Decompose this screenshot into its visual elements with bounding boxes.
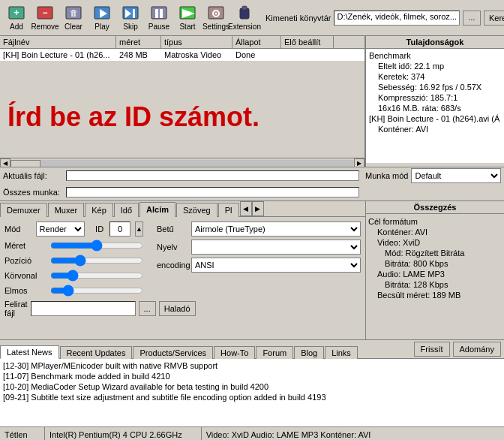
nyelv-row: Nyelv	[157, 240, 361, 255]
cell-size: 248 MB	[116, 50, 161, 60]
id-spin-up[interactable]: ▲	[135, 222, 143, 237]
summary-cel-formatum: Cél formátum	[368, 216, 502, 227]
nyelv-select[interactable]	[191, 240, 361, 255]
h-scroll-right-button[interactable]: ▶	[354, 158, 364, 167]
add-icon: +	[6, 5, 27, 23]
summary-video: Video: XviD	[368, 237, 502, 248]
news-tab-howto[interactable]: How-To	[214, 346, 255, 359]
skip-button[interactable]: Skip	[117, 2, 144, 33]
add-label: Add	[10, 23, 23, 31]
h-scroll-left-button[interactable]: ◀	[0, 158, 10, 167]
col-type-header: típus	[161, 36, 232, 48]
summary-body: Cél formátum Konténer: AVI Video: XviD M…	[366, 214, 504, 339]
list-item: [09-21] Subtitle text size adjustment an…	[3, 392, 501, 402]
tab-pl[interactable]: Pl	[218, 203, 239, 217]
main-content: Fájlnév méret típus Állapot Elő beállít …	[0, 36, 504, 440]
encoding-label: encoding	[157, 261, 187, 270]
tab-muxer[interactable]: Muxer	[48, 203, 85, 217]
work-mode-container: Munka mód Default	[362, 168, 501, 183]
play-button[interactable]: Play	[88, 2, 116, 33]
id-label: ID	[95, 225, 104, 234]
elmos-slider[interactable]	[50, 285, 143, 297]
summary-audio: Audio: LAME MP3	[368, 269, 502, 279]
tab-kep[interactable]: Kép	[85, 203, 113, 217]
betu-select[interactable]: Airmole (TrueType)	[191, 222, 361, 237]
id-input[interactable]	[110, 222, 130, 237]
news-tab-products[interactable]: Products/Services	[133, 346, 213, 359]
prop-mb-rate: 16x16 M.B. ráta: 683/s	[368, 103, 502, 113]
extension-button[interactable]: Extension	[231, 2, 258, 33]
svg-rect-11	[152, 7, 166, 19]
prop-benchmark: Benchmark	[368, 50, 502, 61]
cell-preset	[281, 54, 334, 56]
prop-elapsed: Eltelt idő: 22.1 mp	[368, 61, 502, 71]
pozicio-label: Pozíció	[4, 256, 46, 265]
start-label: Start	[179, 23, 195, 31]
tab-nav-left[interactable]: ◀	[240, 201, 252, 216]
svg-text:−: −	[42, 8, 47, 18]
tab-demuxer[interactable]: Demuxer	[0, 203, 47, 217]
play-label: Play	[94, 23, 109, 31]
news-tab-latest[interactable]: Latest News	[0, 345, 59, 359]
settings-button[interactable]: Settings	[202, 2, 230, 33]
clear-icon: 🗑	[63, 5, 84, 23]
alcim-content: Mód Render ID ▲ Méret	[4, 222, 361, 318]
h-scrollbar[interactable]: ◀ ▶	[0, 158, 364, 167]
refresh-button[interactable]: Frissít	[414, 342, 450, 357]
prop-container: Konténer: AVI	[368, 124, 502, 134]
add-button[interactable]: + Add	[3, 2, 30, 33]
left-tabs: Demuxer Muxer Kép Idő Alcím Szöveg Pl ◀ …	[0, 201, 365, 339]
skip-label: Skip	[123, 23, 137, 31]
news-tab-forum[interactable]: Forum	[256, 346, 293, 359]
id-prompt-text: Írd be az ID számot.	[8, 101, 345, 133]
pause-button[interactable]: Pause	[146, 2, 172, 33]
felirat-browse-button[interactable]: ...	[139, 301, 156, 316]
work-mode-select[interactable]: Default	[411, 168, 501, 183]
pause-label: Pause	[148, 23, 170, 31]
settings-label: Settings	[202, 23, 230, 31]
total-work-label: Összes munka:	[3, 188, 63, 197]
meret-row: Méret	[4, 240, 143, 252]
file-list-body: Írd be az ID számot. [KH] Boin Lecture -…	[0, 49, 364, 158]
felirat-label: Felirat fájl	[4, 300, 28, 318]
korvonal-slider[interactable]	[50, 270, 143, 282]
tab-nav-right[interactable]: ▶	[252, 201, 264, 216]
mod-row: Mód Render ID ▲	[4, 222, 143, 237]
progress-section: Aktuális fájl: Munka mód Default Összes …	[0, 167, 504, 201]
cell-filename: [KH] Boin Lecture - 01 (h26...	[0, 50, 116, 60]
search-button[interactable]: Keres	[484, 11, 504, 26]
h-scroll-track	[10, 160, 354, 167]
prop-filename: [KH] Boin Lecture - 01 (h264).avi (Á	[368, 113, 502, 124]
start-icon	[177, 5, 198, 23]
donate-button[interactable]: Adomány	[453, 342, 501, 357]
clear-button[interactable]: 🗑 Clear	[60, 2, 87, 33]
remove-button[interactable]: − Remove	[32, 2, 58, 33]
summary-header: Összegzés	[366, 201, 504, 214]
right-summary: Összegzés Cél formátum Konténer: AVI Vid…	[365, 201, 504, 339]
encoding-select[interactable]: ANSI	[191, 258, 361, 273]
news-tab-blog[interactable]: Blog	[294, 346, 324, 359]
svg-point-18	[215, 13, 218, 15]
felirat-row: Felirat fájl ... Haladó	[4, 300, 143, 318]
news-tab-recent[interactable]: Recent Updates	[60, 346, 133, 359]
news-tab-links[interactable]: Links	[325, 346, 358, 359]
pozicio-slider[interactable]	[50, 255, 143, 267]
alcim-tab-content: Mód Render ID ▲ Méret	[0, 217, 365, 339]
tab-alcim[interactable]: Alcím	[140, 202, 176, 217]
table-row[interactable]: [KH] Boin Lecture - 01 (h26... 248 MB Ma…	[0, 49, 364, 61]
cell-status: Done	[232, 50, 281, 60]
tab-ido[interactable]: Idő	[114, 203, 139, 217]
tab-szoveg[interactable]: Szöveg	[176, 203, 218, 217]
prop-compression: Kompresszió: 185.7:1	[368, 92, 502, 103]
meret-slider[interactable]	[50, 240, 143, 252]
mod-select[interactable]: Render	[36, 222, 85, 237]
prop-speed: Sebesség: 16.92 fps / 0.57X	[368, 82, 502, 92]
start-button[interactable]: Start	[174, 2, 201, 33]
current-file-label: Aktuális fájl:	[3, 171, 63, 180]
col-preset-header: Elő beállít	[281, 36, 334, 48]
play-icon	[92, 5, 112, 23]
col-size-header: méret	[116, 36, 161, 48]
output-browse-button[interactable]: ...	[463, 11, 481, 26]
felirat-input[interactable]	[31, 301, 136, 316]
output-path[interactable]: D:\Zenék, videók, filmek, soroz...	[334, 11, 460, 26]
